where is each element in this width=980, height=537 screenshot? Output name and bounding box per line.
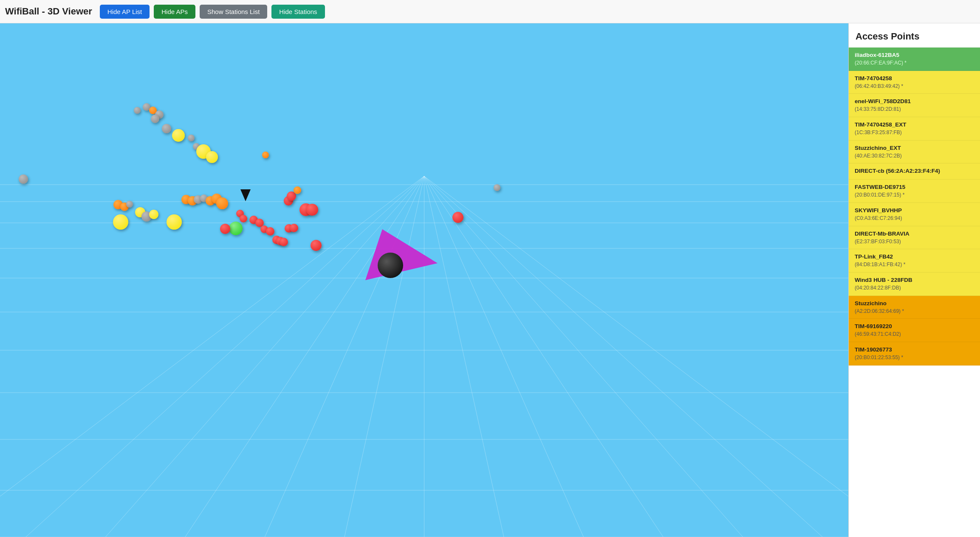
hide-stations-button[interactable]: Hide Stations bbox=[271, 5, 325, 19]
ap-name-4: Stuzzichino_EXT bbox=[855, 144, 974, 152]
svg-line-23 bbox=[424, 176, 849, 537]
ap-mac-13: (20:B0:01:22:53:55) * bbox=[855, 354, 974, 361]
ap-item-9[interactable]: TP-Link_FB42(84:D8:1B:A1:FB:42) * bbox=[849, 249, 980, 273]
ap-mac-3: (1C:3B:F3:25:87:FB) bbox=[855, 129, 974, 136]
svg-line-13 bbox=[85, 176, 424, 537]
sidebar-title: Access Points bbox=[849, 23, 980, 48]
ball-28 bbox=[229, 222, 243, 235]
ap-mac-6: (20:B0:01:DE:97:15) * bbox=[855, 191, 974, 199]
ball-47 bbox=[452, 212, 463, 223]
ap-name-5: DIRECT-cb (56:2A:A2:23:F4:F4) bbox=[855, 167, 974, 175]
ap-mac-4: (40:AE:30:82:7C:2B) bbox=[855, 152, 974, 160]
ap-item-12[interactable]: TIM-69169220(46:59:43:71:C4:D2) bbox=[849, 319, 980, 342]
show-stations-list-button[interactable]: Show Stations List bbox=[200, 5, 267, 19]
ap-mac-0: (20:66:CF:EA:9F:AC) * bbox=[855, 59, 974, 67]
svg-line-11 bbox=[0, 176, 424, 537]
ball-29 bbox=[220, 224, 230, 234]
ap-mac-2: (14:33:75:8D:2D:81) bbox=[855, 106, 974, 113]
ap-mac-11: (A2:2D:06:32:64:69) * bbox=[855, 308, 974, 315]
ball-20 bbox=[167, 214, 182, 230]
ball-35 bbox=[266, 227, 274, 236]
app-title: WifiBall - 3D Viewer bbox=[5, 6, 92, 17]
ball-16 bbox=[113, 214, 128, 230]
svg-line-21 bbox=[424, 176, 764, 537]
pointer-arrow bbox=[240, 189, 251, 201]
access-points-sidebar: Access Points iliadbox-612BA5(20:66:CF:E… bbox=[848, 23, 980, 537]
grid-floor bbox=[0, 23, 848, 537]
ap-name-9: TP-Link_FB42 bbox=[855, 253, 974, 261]
ap-item-6[interactable]: FASTWEB-DE9715(20:B0:01:DE:97:15) * bbox=[849, 180, 980, 203]
ball-27 bbox=[216, 197, 228, 209]
ap-mac-12: (46:59:43:71:C4:D2) bbox=[855, 331, 974, 338]
ap-item-10[interactable]: Wind3 HUB - 228FDB(04:20:84:22:8F:DB) bbox=[849, 273, 980, 296]
main-area: Access Points iliadbox-612BA5(20:66:CF:E… bbox=[0, 23, 980, 537]
ball-6 bbox=[172, 129, 185, 142]
ball-10 bbox=[206, 151, 218, 163]
ap-mac-1: (06:42:40:B3:49:42) * bbox=[855, 83, 974, 90]
ap-name-12: TIM-69169220 bbox=[855, 323, 974, 331]
ap-name-0: iliadbox-612BA5 bbox=[855, 51, 974, 59]
hide-aps-button[interactable]: Hide APs bbox=[154, 5, 195, 19]
ball-31 bbox=[240, 215, 247, 222]
ball-44 bbox=[311, 240, 322, 251]
ap-item-11[interactable]: Stuzzichino(A2:2D:06:32:64:69) * bbox=[849, 296, 980, 319]
hide-ap-list-button[interactable]: Hide AP List bbox=[100, 5, 150, 19]
ap-name-8: DIRECT-Mb-BRAVIA bbox=[855, 230, 974, 238]
ap-item-4[interactable]: Stuzzichino_EXT(40:AE:30:82:7C:2B) bbox=[849, 141, 980, 164]
ap-mac-9: (84:D8:1B:A1:FB:42) * bbox=[855, 261, 974, 268]
ball-38 bbox=[280, 238, 288, 246]
ap-item-5[interactable]: DIRECT-cb (56:2A:A2:23:F4:F4) bbox=[849, 163, 980, 180]
ap-mac-8: (E2:37:BF:03:F0:53) bbox=[855, 238, 974, 245]
svg-line-19 bbox=[424, 176, 594, 537]
ball-7 bbox=[188, 135, 195, 141]
ball-0 bbox=[134, 107, 141, 114]
ap-name-10: Wind3 HUB - 228FDB bbox=[855, 276, 974, 284]
ap-list: iliadbox-612BA5(20:66:CF:EA:9F:AC) *TIM-… bbox=[849, 48, 980, 365]
ap-mac-7: (C0:A3:6E:C7:26:94) bbox=[855, 215, 974, 222]
ball-11 bbox=[262, 152, 269, 158]
ap-item-0[interactable]: iliadbox-612BA5(20:66:CF:EA:9F:AC) * bbox=[849, 48, 980, 71]
ball-46 bbox=[290, 224, 298, 232]
header: WifiBall - 3D Viewer Hide AP List Hide A… bbox=[0, 0, 980, 23]
ap-name-13: TIM-19026773 bbox=[855, 346, 974, 354]
ball-19 bbox=[149, 210, 158, 219]
ball-4 bbox=[151, 115, 159, 123]
ap-item-3[interactable]: TIM-74704258_EXT(1C:3B:F3:25:87:FB) bbox=[849, 117, 980, 141]
ball-15 bbox=[126, 201, 133, 208]
ap-name-6: FASTWEB-DE9715 bbox=[855, 183, 974, 191]
ap-mac-10: (04:20:84:22:8F:DB) bbox=[855, 284, 974, 292]
ap-name-11: Stuzzichino bbox=[855, 300, 974, 308]
ap-item-2[interactable]: enel-WiFi_758D2D81(14:33:75:8D:2D:81) bbox=[849, 94, 980, 117]
svg-line-20 bbox=[424, 176, 679, 537]
3d-viewer[interactable] bbox=[0, 23, 848, 537]
svg-line-15 bbox=[254, 176, 424, 537]
ball-48 bbox=[494, 184, 500, 191]
ball-5 bbox=[162, 124, 171, 133]
ap-name-3: TIM-74704258_EXT bbox=[855, 121, 974, 129]
ap-item-8[interactable]: DIRECT-Mb-BRAVIA(E2:37:BF:03:F0:53) bbox=[849, 226, 980, 250]
svg-line-18 bbox=[424, 176, 509, 537]
ap-name-7: SKYWIFI_BVHHP bbox=[855, 207, 974, 215]
black-sphere bbox=[378, 253, 403, 278]
svg-line-22 bbox=[424, 176, 849, 537]
ap-name-2: enel-WiFi_758D2D81 bbox=[855, 98, 974, 106]
ap-item-13[interactable]: TIM-19026773(20:B0:01:22:53:55) * bbox=[849, 342, 980, 365]
ap-item-1[interactable]: TIM-74704258(06:42:40:B3:49:42) * bbox=[849, 71, 980, 94]
ball-41 bbox=[294, 186, 301, 194]
ap-name-1: TIM-74704258 bbox=[855, 75, 974, 83]
svg-line-12 bbox=[0, 176, 424, 537]
ap-item-7[interactable]: SKYWIFI_BVHHP(C0:A3:6E:C7:26:94) bbox=[849, 203, 980, 226]
ball-43 bbox=[306, 204, 318, 216]
ball-12 bbox=[19, 174, 28, 184]
svg-line-16 bbox=[339, 176, 424, 537]
